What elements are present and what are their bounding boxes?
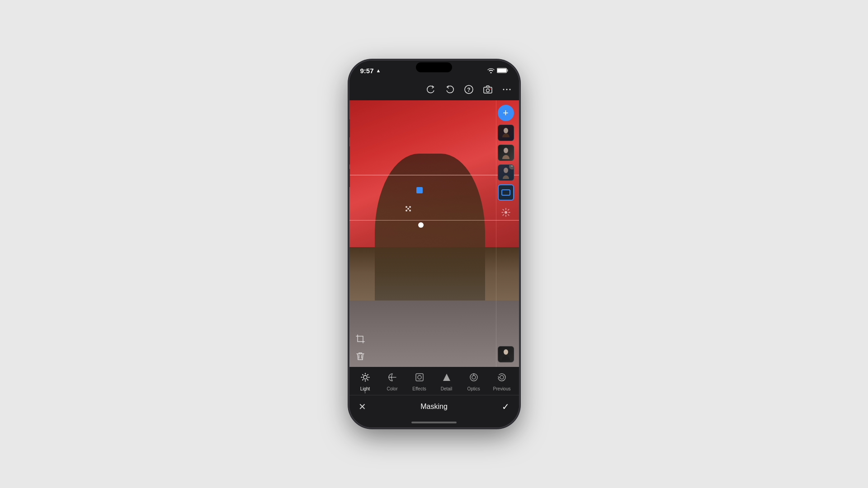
cancel-button[interactable]: ✕ [359,401,366,412]
battery-icon [497,68,508,73]
svg-point-21 [504,349,508,355]
confirm-button[interactable]: ✓ [502,401,509,412]
svg-rect-31 [416,374,423,381]
status-time: 9:57 ▲ [360,67,381,75]
svg-rect-7 [490,88,491,89]
home-bar [411,422,457,423]
svg-line-29 [362,380,363,380]
delete-button[interactable] [354,350,367,362]
svg-line-27 [362,375,363,375]
location-icon: ▲ [376,68,381,73]
tab-optics[interactable]: Optics [462,371,485,393]
mask-thumbnail-2[interactable] [498,145,514,161]
bottom-left-tools [354,333,367,362]
selection-handle[interactable] [416,187,423,193]
tab-previous[interactable]: Previous [490,371,514,393]
optics-tab-icon [469,372,479,385]
tab-previous-label: Previous [493,386,511,391]
tab-effects[interactable]: Effects [408,371,431,393]
help-button[interactable]: ? [464,84,474,97]
svg-point-18 [504,168,508,173]
phone-screen: 9:57 ▲ [349,61,519,427]
mask-thumbnail-5[interactable] [498,346,514,362]
tab-optics-label: Optics [467,386,480,391]
bottom-toolbar: Light Color [349,367,519,395]
move-handle[interactable] [401,202,415,216]
bottom-action-bar: ✕ Masking ✓ [349,395,519,418]
tab-color[interactable]: Color [381,371,404,393]
svg-point-15 [409,210,411,211]
svg-point-13 [407,208,409,210]
mask-thumbnail-4-active[interactable] [498,184,514,201]
svg-line-30 [367,375,368,375]
status-bar: 9:57 ▲ [349,61,519,80]
dynamic-island [416,62,452,72]
svg-point-8 [503,89,504,90]
tab-detail-label: Detail [441,386,453,391]
svg-point-16 [504,128,508,133]
svg-point-14 [406,210,407,211]
svg-point-22 [363,375,367,379]
crop-button[interactable] [354,333,367,345]
effects-tab-icon [415,372,425,385]
color-tab-icon [387,372,397,385]
undo-button[interactable] [445,84,455,97]
home-indicator [349,418,519,427]
masking-title: Masking [420,403,448,411]
mask-line-mid [349,220,519,221]
svg-rect-2 [497,69,506,72]
time-display: 9:57 [360,67,374,75]
tab-effects-label: Effects [412,386,426,391]
svg-point-35 [472,375,476,379]
svg-point-17 [504,148,508,153]
add-mask-button[interactable]: + [498,105,514,121]
settings-icon[interactable] [498,204,514,221]
phone-frame: 9:57 ▲ [349,61,519,427]
photo-background: + [349,100,519,367]
svg-point-37 [500,375,504,379]
status-icons [487,68,508,73]
mask-thumbnail-1[interactable] [498,125,514,141]
svg-point-6 [486,89,489,92]
photo-area[interactable]: + [349,100,519,367]
redo-button[interactable] [426,84,436,97]
svg-point-12 [409,206,411,208]
top-toolbar: ? [349,80,519,100]
svg-line-28 [367,380,368,380]
detail-tab-icon [442,372,452,385]
rotate-handle[interactable] [418,222,424,228]
svg-rect-1 [507,70,508,72]
svg-point-20 [505,211,507,214]
svg-point-11 [406,206,407,208]
toolbar-tabs: Light Color [349,371,519,393]
more-button[interactable] [502,84,512,97]
svg-point-32 [418,375,421,379]
notch-area [407,61,461,74]
tab-color-label: Color [387,386,398,391]
svg-point-10 [509,89,510,90]
wifi-icon [487,68,495,73]
mask-line-top [349,175,519,175]
right-panel: + [495,100,516,367]
svg-point-9 [506,89,507,90]
tab-light-label: Light [360,386,370,391]
svg-rect-19 [502,190,510,195]
tab-detail[interactable]: Detail [435,371,458,393]
tab-light[interactable]: Light [354,371,377,393]
svg-text:?: ? [467,87,470,93]
camera-button[interactable] [483,84,493,97]
svg-marker-33 [443,374,450,381]
mask-thumbnail-3[interactable]: − [498,164,514,181]
light-tab-icon [360,372,370,385]
previous-tab-icon [497,372,507,385]
